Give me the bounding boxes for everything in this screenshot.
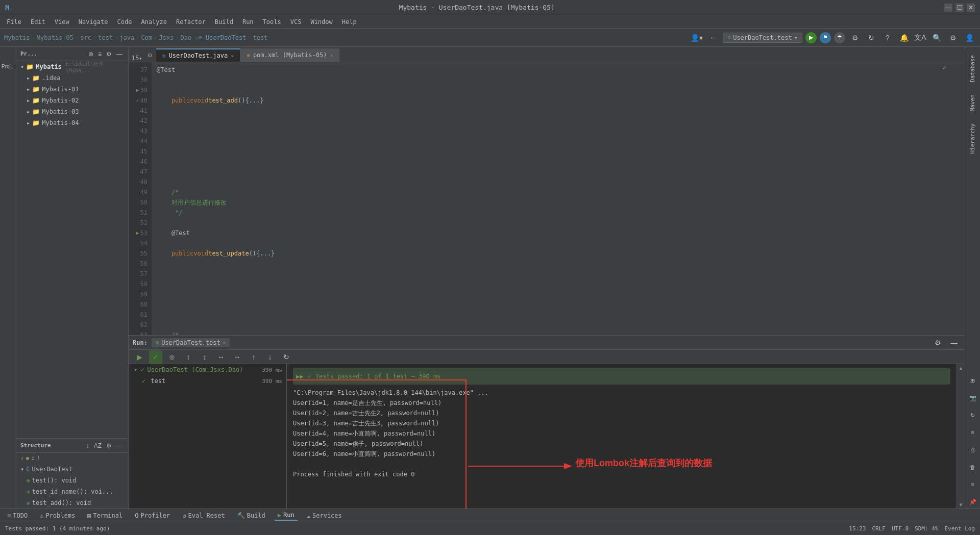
structure-item-testadd[interactable]: ⊕ test_add(): void	[16, 497, 128, 508]
menu-analyze[interactable]: Analyze	[137, 17, 171, 27]
recent-files-btn[interactable]: ⊙	[143, 48, 156, 62]
tab-close-pomxml[interactable]: ✕	[330, 53, 333, 58]
minimize-button[interactable]: —	[944, 4, 952, 12]
menu-code[interactable]: Code	[113, 17, 136, 27]
menu-tools[interactable]: Tools	[259, 17, 285, 27]
menu-window[interactable]: Window	[306, 17, 336, 27]
run-sort2-btn[interactable]: ↕	[198, 350, 211, 364]
structure-icon-btn-2[interactable]: ⊕	[26, 455, 30, 462]
right-sidebar-icon2[interactable]: 📷	[966, 391, 979, 404]
menu-help[interactable]: Help	[338, 17, 361, 27]
structure-item-testidname[interactable]: ⊕ test_id_name(): voi...	[16, 486, 128, 497]
bottom-profiler[interactable]: Q Profiler	[132, 511, 173, 520]
menu-build[interactable]: Build	[211, 17, 237, 27]
run-tab[interactable]: ⊕ UserDaoTest.test ✕	[152, 338, 230, 347]
menu-refactor[interactable]: Refactor	[172, 17, 210, 27]
breadcrumb-test[interactable]: test	[98, 34, 113, 41]
settings-button[interactable]: ⚙	[848, 31, 862, 44]
panel-collapse-btn[interactable]: ≡	[96, 50, 103, 58]
avatar-button[interactable]: 👤▾	[690, 31, 703, 44]
translate-button[interactable]: 文A	[914, 31, 927, 44]
panel-sync-btn[interactable]: ⊛	[87, 50, 95, 58]
status-encoding[interactable]: UTF-8	[892, 525, 909, 532]
bottom-build[interactable]: 🔨 Build	[234, 511, 268, 520]
bottom-todo[interactable]: ≡ TODO	[4, 511, 31, 520]
structure-gear-btn[interactable]: ⚙	[105, 442, 113, 450]
tree-item-mybatis01[interactable]: ▸ 📁 Mybatis-01	[16, 84, 128, 95]
tree-item-mybatis03[interactable]: ▸ 📁 Mybatis-03	[16, 106, 128, 117]
tab-pomxml[interactable]: ⊕ pom.xml (Mybatis-05) ✕	[240, 48, 339, 62]
structure-item-userdaotest[interactable]: ▾ C UserDaoTest	[16, 464, 128, 475]
back-button[interactable]: ←	[706, 31, 720, 44]
breadcrumb-userdaotest[interactable]: ⊕ UserDaoTest	[198, 34, 246, 41]
run-minimize-btn[interactable]: —	[947, 336, 961, 349]
help-button[interactable]: ?	[881, 31, 894, 44]
right-sidebar-icon7[interactable]: ≡	[966, 478, 979, 491]
breadcrumb-src[interactable]: src	[80, 34, 91, 41]
notifications-button[interactable]: 🔔	[897, 31, 911, 44]
coverage-button[interactable]: ☂	[834, 32, 845, 43]
status-event-log[interactable]: Event Log	[944, 525, 975, 532]
run-config-dropdown[interactable]: ⊕ UserDaoTest.test ▾	[723, 33, 802, 43]
structure-minimize-btn[interactable]: —	[115, 442, 124, 450]
bottom-terminal[interactable]: ▤ Terminal	[84, 511, 126, 520]
bottom-eval-reset[interactable]: ↺ Eval Reset	[179, 511, 228, 520]
right-sidebar-icon6[interactable]: 🗑	[966, 461, 979, 474]
close-button[interactable]: ✕	[967, 4, 975, 12]
structure-icon-btn-1[interactable]: ↕	[20, 455, 24, 462]
right-sidebar-icon5[interactable]: 🖨	[966, 443, 979, 456]
right-sidebar-maven[interactable]: Maven	[969, 90, 976, 115]
run-tree-item-test[interactable]: ✓ test 390 ms	[129, 375, 286, 387]
run-stop-btn[interactable]: ⊗	[165, 350, 179, 364]
run-check-btn[interactable]: ✓	[149, 350, 162, 364]
run-button[interactable]: ▶	[805, 32, 817, 43]
breadcrumb-jsxs[interactable]: Jsxs	[159, 34, 174, 41]
right-sidebar-hierarchy[interactable]: Hierarchy	[969, 119, 976, 158]
maximize-button[interactable]: ☐	[955, 4, 964, 12]
panel-gear-btn[interactable]: ⚙	[105, 50, 113, 58]
menu-file[interactable]: File	[3, 17, 26, 27]
structure-icon-btn-3[interactable]: i	[31, 455, 35, 462]
tree-item-mybatis04[interactable]: ▸ 📁 Mybatis-04	[16, 117, 128, 129]
breadcrumb-dao[interactable]: Dao	[181, 34, 192, 41]
right-sidebar-pin[interactable]: 📌	[966, 495, 979, 508]
run-tab-close[interactable]: ✕	[223, 340, 226, 345]
project-panel-toggle[interactable]: Proj...	[0, 61, 23, 71]
update-button[interactable]: ↻	[865, 31, 878, 44]
menu-view[interactable]: View	[51, 17, 74, 27]
menu-edit[interactable]: Edit	[27, 17, 50, 27]
run-up-btn[interactable]: ↑	[247, 350, 260, 364]
tree-item-mybatis[interactable]: ▾ 📁 Mybatis E:\Ideal\程序\Myba...	[16, 61, 128, 72]
right-sidebar-icon4[interactable]: ≡	[966, 426, 979, 439]
run-tree-item-userdaotest[interactable]: ▾ ✓ UserDaoTest (Com.Jsxs.Dao) 390 ms	[129, 364, 286, 375]
run-settings-btn[interactable]: ⚙	[931, 336, 944, 349]
run-collapse-btn[interactable]: ↔	[231, 350, 244, 364]
structure-icon-btn-4[interactable]: !	[37, 455, 40, 462]
right-sidebar-database[interactable]: Database	[969, 51, 976, 86]
tree-item-idea[interactable]: ▸ 📁 .idea	[16, 72, 128, 84]
breadcrumb-com[interactable]: Com	[141, 34, 153, 41]
run-sort-btn[interactable]: ↕	[182, 350, 195, 364]
breadcrumb-testmethod[interactable]: test	[253, 34, 268, 41]
search-everywhere-button[interactable]: 🔍	[930, 31, 943, 44]
right-sidebar-icon3[interactable]: ↻	[966, 409, 979, 422]
structure-alpha-btn[interactable]: AZ	[92, 442, 103, 450]
user-icon-button[interactable]: 👤	[963, 31, 976, 44]
menu-run[interactable]: Run	[238, 17, 258, 27]
scroll-down-arrow[interactable]: ▼	[959, 502, 962, 507]
scroll-up-arrow[interactable]: ▲	[959, 365, 962, 371]
breadcrumb-java[interactable]: java	[119, 34, 134, 41]
menu-vcs[interactable]: VCS	[286, 17, 306, 27]
menu-navigate[interactable]: Navigate	[75, 17, 112, 27]
bottom-services[interactable]: ☁ Services	[304, 511, 345, 520]
tab-close-userdaotest[interactable]: ✕	[231, 53, 234, 59]
tree-item-mybatis02[interactable]: ▸ 📁 Mybatis-02	[16, 95, 128, 106]
run-down-btn[interactable]: ↓	[263, 350, 277, 364]
run-expand-btn[interactable]: ↔	[214, 350, 228, 364]
status-crlf[interactable]: CRLF	[872, 525, 886, 532]
breadcrumb-mybatis[interactable]: Mybatis	[4, 34, 30, 41]
debug-button[interactable]: ⚑	[820, 32, 831, 43]
bottom-run[interactable]: ▶ Run	[275, 511, 298, 521]
tab-userdaotest[interactable]: ⊕ UserDaoTest.java ✕	[156, 48, 240, 62]
run-output-scrollbar[interactable]: ▲ ▼	[957, 364, 965, 508]
